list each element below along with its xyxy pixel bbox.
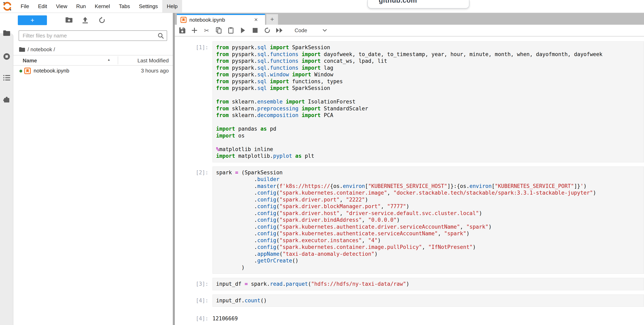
cell-editor[interactable]: input_df.count(): [212, 294, 644, 307]
output-cell[interactable]: [4]:12106669: [175, 312, 644, 322]
tab-close-icon[interactable]: ×: [254, 16, 258, 23]
new-folder-icon[interactable]: [66, 17, 72, 23]
jupyterlab-app: File Edit View Run Kernel Tabs Settings …: [0, 0, 644, 325]
breadcrumb[interactable]: / notebook /: [19, 45, 55, 54]
file-row[interactable]: notebook.ipynb 3 hours ago: [13, 66, 173, 76]
file-browser-icon[interactable]: [0, 30, 13, 36]
file-browser-panel: +: [13, 13, 173, 325]
running-kernels-icon[interactable]: [0, 53, 13, 60]
copy-cells-icon[interactable]: [215, 27, 222, 34]
activity-bar: [0, 13, 13, 325]
notebook-toolbar: ✂: [175, 25, 644, 37]
upload-icon[interactable]: [82, 17, 88, 24]
cell-editor[interactable]: input_df = spark.read.parquet("hdfs://hd…: [212, 278, 644, 290]
chevron-down-icon: [322, 29, 327, 32]
column-header-name[interactable]: Name: [23, 58, 37, 64]
execution-prompt: [2]:: [175, 166, 212, 274]
menu-view[interactable]: View: [52, 0, 72, 13]
breadcrumb-path[interactable]: / notebook /: [28, 46, 55, 53]
url-popup-text: github.com: [379, 0, 417, 4]
extension-manager-icon[interactable]: [0, 96, 13, 103]
cell-output-text: 12106669: [212, 312, 238, 322]
execution-prompt: [4]:: [175, 294, 212, 307]
code-cell[interactable]: [3]:input_df = spark.read.parquet("hdfs:…: [175, 278, 644, 290]
running-status-dot: [20, 70, 22, 73]
execution-prompt: [4]:: [175, 312, 212, 322]
notebook-tab-icon: [180, 17, 186, 23]
refresh-icon[interactable]: [99, 17, 105, 24]
code-cell[interactable]: [1]:from pyspark.sql import SparkSession…: [175, 41, 644, 162]
url-popup: github.com: [368, 0, 470, 9]
menubar: File Edit View Run Kernel Tabs Settings …: [0, 0, 644, 13]
menu-run[interactable]: Run: [72, 0, 90, 13]
code-cell[interactable]: [2]:spark = (SparkSession .builder .mast…: [175, 166, 644, 274]
menu-help[interactable]: Help: [162, 0, 182, 13]
stop-kernel-icon[interactable]: [252, 27, 258, 34]
search-icon: [158, 33, 164, 39]
file-modified: 3 hours ago: [141, 68, 169, 74]
file-listing-header: Name ▲ Last Modified: [13, 55, 173, 66]
cell-type-value: Code: [294, 27, 307, 34]
cell-editor[interactable]: spark = (SparkSession .builder .master(f…: [212, 166, 644, 274]
column-header-modified[interactable]: Last Modified: [138, 58, 169, 64]
cell-type-select[interactable]: Code: [294, 27, 327, 34]
main-area: notebook.ipynb × + ✂: [175, 13, 644, 325]
panel-resize-handle[interactable]: [173, 13, 175, 325]
table-of-contents-icon[interactable]: [0, 75, 13, 81]
notebook-cells: [1]:from pyspark.sql import SparkSession…: [175, 37, 644, 325]
notebook-file-icon: [24, 68, 31, 74]
tab-label: notebook.ipynb: [190, 17, 225, 23]
new-launcher-button[interactable]: +: [18, 16, 47, 25]
menu-kernel[interactable]: Kernel: [90, 0, 114, 13]
menu-file[interactable]: File: [16, 0, 34, 13]
run-cell-icon[interactable]: [240, 27, 246, 34]
tab-bar: notebook.ipynb × +: [175, 13, 644, 25]
restart-run-all-icon[interactable]: [276, 27, 283, 34]
tab-notebook[interactable]: notebook.ipynb ×: [177, 14, 265, 25]
insert-cell-icon[interactable]: [191, 27, 198, 34]
filter-files-box: [18, 30, 167, 41]
cut-cells-icon[interactable]: ✂: [203, 27, 210, 34]
execution-prompt: [3]:: [175, 278, 212, 290]
menu-tabs[interactable]: Tabs: [114, 0, 134, 13]
restart-kernel-icon[interactable]: [264, 27, 271, 34]
home-folder-icon[interactable]: [19, 47, 25, 52]
filter-files-input[interactable]: [23, 31, 156, 40]
sort-ascending-icon[interactable]: ▲: [107, 58, 110, 62]
save-icon[interactable]: [179, 27, 186, 34]
menu-settings[interactable]: Settings: [134, 0, 162, 13]
column-divider: [118, 56, 118, 64]
cell-editor[interactable]: from pyspark.sql import SparkSessionfrom…: [212, 41, 644, 162]
app-logo-icon: [2, 2, 12, 11]
file-name[interactable]: notebook.ipynb: [34, 68, 69, 74]
paste-cells-icon[interactable]: [228, 27, 234, 34]
execution-prompt: [1]:: [175, 41, 212, 162]
menu-edit[interactable]: Edit: [34, 0, 52, 13]
code-cell[interactable]: [4]:input_df.count(): [175, 294, 644, 307]
new-tab-button[interactable]: +: [266, 14, 278, 25]
